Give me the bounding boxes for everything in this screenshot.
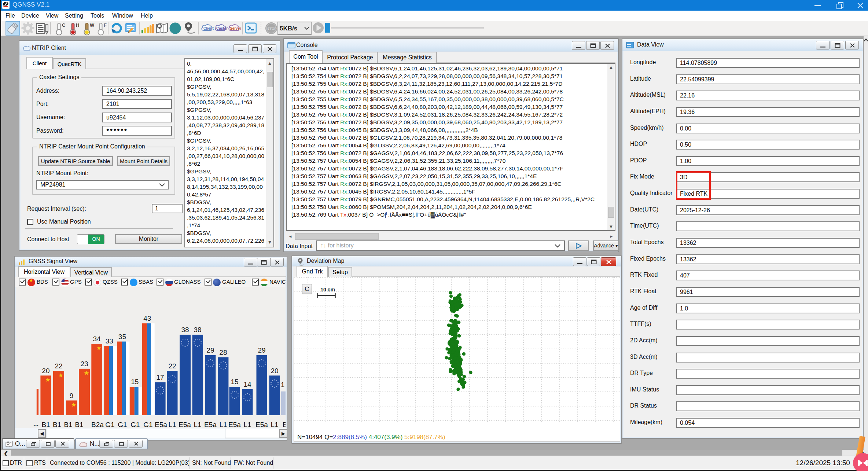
svg-text:B1: B1 (64, 421, 72, 428)
svg-text:38: 38 (181, 326, 189, 334)
svg-text:29: 29 (206, 346, 214, 354)
svg-text:17: 17 (157, 374, 164, 381)
svg-text:E: E (283, 421, 286, 428)
svg-text:G1: G1 (105, 421, 114, 428)
svg-text:1: 1 (281, 381, 285, 389)
svg-text:B1: B1 (53, 421, 61, 428)
svg-text:9: 9 (70, 392, 74, 400)
svg-text:E5a: E5a (179, 421, 191, 428)
svg-text:43: 43 (143, 314, 151, 322)
svg-text:22: 22 (168, 362, 176, 370)
svg-text:B1: B1 (41, 421, 50, 428)
svg-text:22: 22 (55, 362, 62, 370)
svg-text:20: 20 (42, 367, 49, 375)
svg-text:33: 33 (106, 337, 113, 345)
svg-text:B1: B1 (75, 421, 83, 428)
svg-text:L1: L1 (194, 421, 201, 428)
svg-text:L1: L1 (271, 421, 278, 428)
svg-text:G1: G1 (118, 421, 127, 428)
svg-text:L1: L1 (243, 421, 251, 428)
svg-text:B2a: B2a (91, 421, 104, 428)
svg-text:35: 35 (118, 333, 126, 341)
svg-text:28: 28 (219, 349, 227, 356)
svg-text:L1: L1 (168, 421, 176, 428)
svg-text:15: 15 (131, 378, 139, 386)
svg-text:E5a: E5a (155, 421, 167, 428)
svg-text:14: 14 (243, 380, 251, 388)
svg-text:E5a: E5a (228, 421, 241, 428)
svg-text:15: 15 (231, 378, 238, 386)
svg-text:G1: G1 (143, 421, 152, 428)
svg-text:E5a: E5a (255, 421, 268, 428)
svg-text:E5a: E5a (204, 421, 217, 428)
svg-text:38: 38 (194, 326, 202, 334)
svg-text:20: 20 (271, 367, 278, 375)
svg-text:29: 29 (258, 346, 265, 354)
svg-text:34: 34 (93, 335, 101, 343)
svg-text:...: ... (33, 420, 38, 427)
svg-text:L1: L1 (219, 421, 227, 428)
svg-text:G1: G1 (130, 421, 140, 428)
svg-text:23: 23 (80, 360, 88, 368)
